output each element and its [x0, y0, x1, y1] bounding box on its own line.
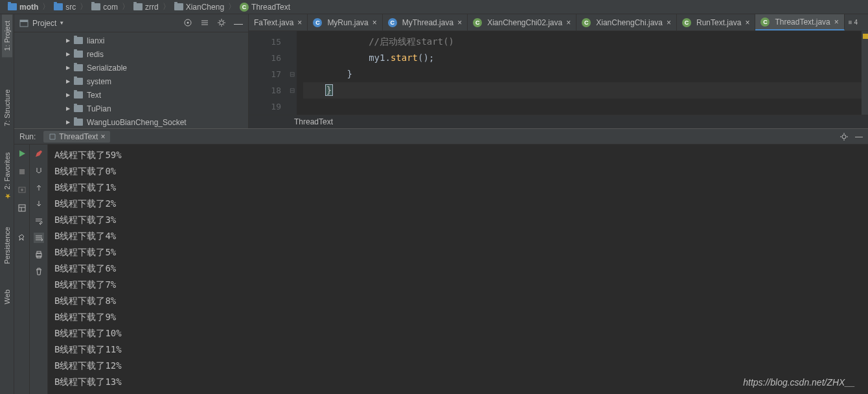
- close-icon[interactable]: ×: [297, 18, 302, 27]
- layout-button[interactable]: [17, 203, 27, 213]
- tree-item[interactable]: ▶system: [14, 75, 248, 88]
- class-icon: C: [388, 18, 397, 27]
- tree-item[interactable]: ▶Text: [14, 88, 248, 102]
- project-dropdown[interactable]: Project ▼: [19, 19, 183, 28]
- class-icon: C: [313, 18, 322, 27]
- scroll-button[interactable]: [34, 233, 44, 243]
- edit-button[interactable]: [34, 148, 44, 159]
- minimize-icon[interactable]: —: [855, 132, 863, 141]
- web-tool-tab[interactable]: Web: [2, 283, 12, 310]
- print-button[interactable]: [34, 249, 44, 260]
- close-icon[interactable]: ×: [566, 18, 571, 27]
- chevron-right-icon: 〉: [42, 1, 50, 12]
- svg-rect-12: [37, 251, 41, 253]
- down-button[interactable]: [34, 165, 44, 176]
- tab-mythread[interactable]: CMyThread.java×: [383, 14, 468, 30]
- console-line: B线程下载了4%: [54, 228, 862, 244]
- breadcrumb-item[interactable]: zrrd: [131, 3, 161, 12]
- code-content[interactable]: //启动线程start() my1.start(); } }: [297, 31, 868, 115]
- editor-breadcrumb[interactable]: ThreadText: [249, 115, 868, 128]
- project-tool-tab[interactable]: 1: Project: [2, 14, 12, 57]
- collapse-icon[interactable]: [200, 18, 209, 27]
- expand-arrow-icon: ▶: [66, 78, 70, 84]
- editor-tabs: FaText.java× CMyRun.java× CMyThread.java…: [249, 14, 868, 31]
- class-icon: C: [760, 17, 770, 27]
- folder-icon: [91, 3, 100, 10]
- tree-item[interactable]: ▶Serializable: [14, 61, 248, 75]
- close-icon[interactable]: ×: [372, 18, 377, 27]
- favorites-tool-tab[interactable]: ★2: Favorites: [1, 146, 12, 207]
- console-line: B线程下载了8%: [54, 293, 862, 309]
- expand-arrow-icon: ▶: [66, 51, 70, 57]
- console-line: B线程下载了10%: [54, 325, 862, 342]
- up-arrow-button[interactable]: [34, 182, 44, 192]
- console-output[interactable]: A线程下载了59% B线程下载了0% B线程下载了1% B线程下载了2% B线程…: [48, 145, 868, 394]
- tree-item[interactable]: ▶WangLuoBianCheng_Socket: [14, 115, 248, 128]
- tab-runtext[interactable]: CRunText.java×: [677, 14, 755, 30]
- rerun-button[interactable]: [17, 148, 27, 159]
- folder-icon: [8, 3, 17, 10]
- tabs-overflow-button[interactable]: ≡ 4: [845, 19, 862, 26]
- breadcrumb-item[interactable]: CThreadText: [237, 3, 293, 12]
- tab-fatext[interactable]: FaText.java×: [249, 14, 308, 30]
- breadcrumb-item[interactable]: moth: [5, 3, 41, 12]
- run-header: Run: ThreadText × —: [14, 129, 868, 145]
- run-config-tab[interactable]: ThreadText ×: [43, 131, 110, 143]
- left-tool-strip: 1: Project 7: Structure ★2: Favorites Pe…: [0, 14, 14, 394]
- down-arrow-button[interactable]: [34, 199, 44, 209]
- close-icon[interactable]: ×: [667, 18, 671, 27]
- chevron-right-icon: 〉: [80, 1, 87, 12]
- stop-button[interactable]: [17, 167, 27, 177]
- breadcrumb-item[interactable]: XianCheng: [172, 3, 227, 12]
- soft-wrap-button[interactable]: [34, 216, 44, 226]
- structure-tool-tab[interactable]: 7: Structure: [2, 83, 12, 133]
- svg-point-6: [842, 135, 846, 139]
- console-line: B线程下载了2%: [54, 196, 862, 212]
- console-line: A线程下载了59%: [54, 147, 862, 163]
- chevron-right-icon: 〉: [122, 1, 130, 12]
- class-icon: C: [582, 18, 591, 27]
- tree-item[interactable]: ▶TuPian: [14, 102, 248, 115]
- locate-icon[interactable]: [183, 18, 192, 27]
- tab-myrun[interactable]: CMyRun.java×: [308, 14, 382, 30]
- fold-end-icon[interactable]: ⊟: [288, 66, 297, 82]
- project-tree[interactable]: ▶lianxi ▶redis ▶Serializable ▶system ▶Te…: [14, 32, 248, 128]
- sidebar-header: Project ▼ —: [14, 14, 248, 32]
- tree-item[interactable]: ▶redis: [14, 47, 248, 61]
- console-line: B线程下载了6%: [54, 261, 862, 277]
- editor-scrollbar[interactable]: [862, 31, 868, 115]
- close-icon[interactable]: ×: [745, 18, 749, 27]
- folder-icon: [74, 78, 83, 85]
- svg-point-3: [187, 21, 189, 23]
- tab-xianchengchi[interactable]: CXianChengChi.java×: [577, 14, 677, 30]
- warning-marker-icon[interactable]: [863, 34, 868, 39]
- breadcrumb-item[interactable]: src: [51, 3, 78, 12]
- tree-label: Serializable: [87, 64, 127, 73]
- svg-point-4: [220, 21, 223, 25]
- fold-end-icon[interactable]: ⊟: [288, 82, 297, 98]
- tree-label: Text: [87, 91, 101, 100]
- dump-button[interactable]: [17, 185, 27, 195]
- breadcrumb-item[interactable]: com: [89, 3, 120, 12]
- console-line: B线程下载了9%: [54, 309, 862, 325]
- pin-button[interactable]: [17, 233, 27, 243]
- close-icon[interactable]: ×: [834, 17, 839, 27]
- minimize-icon[interactable]: —: [234, 18, 243, 29]
- gear-icon[interactable]: [839, 132, 849, 141]
- close-icon[interactable]: ×: [457, 18, 462, 27]
- svg-rect-1: [20, 20, 28, 22]
- gear-icon[interactable]: [217, 18, 226, 27]
- class-icon: C: [240, 3, 249, 12]
- expand-arrow-icon: ▶: [66, 119, 70, 125]
- tab-threadtext[interactable]: CThreadText.java×: [755, 14, 844, 30]
- code-editor[interactable]: 15 16 17 18 19 ⊟ ⊟ //启动线程start() my1.sta…: [249, 31, 868, 115]
- persistence-tool-tab[interactable]: Persistence: [2, 220, 12, 270]
- close-icon[interactable]: ×: [100, 132, 105, 141]
- svg-rect-7: [19, 169, 25, 174]
- tree-item[interactable]: ▶lianxi: [14, 34, 248, 47]
- console-line: B线程下载了5%: [54, 244, 862, 261]
- console-line: B线程下载了1%: [54, 180, 862, 196]
- expand-arrow-icon: ▶: [66, 65, 70, 71]
- delete-button[interactable]: [34, 266, 44, 277]
- tab-xianchengchi02[interactable]: CXianChengChi02.java×: [468, 14, 577, 30]
